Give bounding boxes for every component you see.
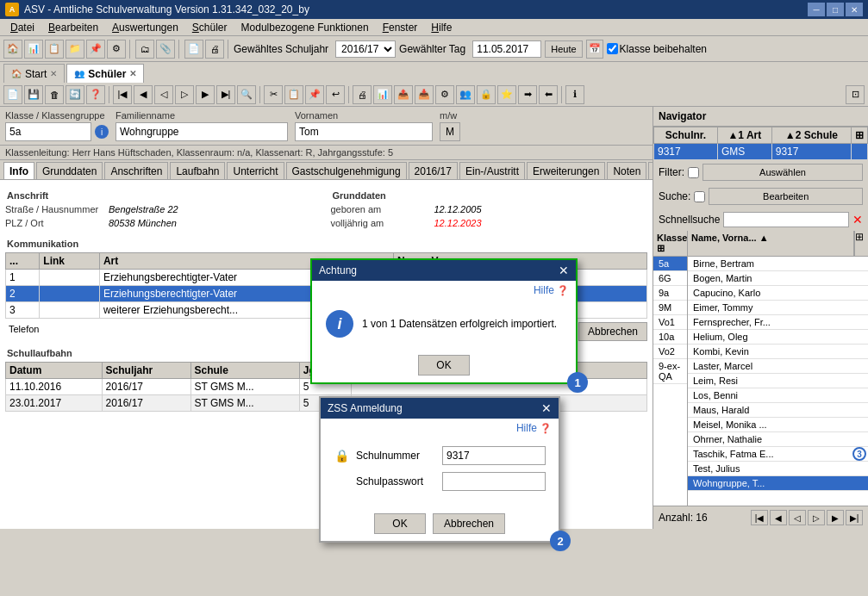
tb2-question[interactable]: ℹ <box>565 85 584 104</box>
achtung-close-button[interactable]: ✕ <box>559 264 569 277</box>
student-item-test[interactable]: Test, Julius <box>688 462 868 476</box>
ctab-unterricht[interactable]: Unterricht <box>227 162 284 179</box>
tag-input[interactable] <box>472 40 541 58</box>
filter-checkbox[interactable] <box>688 167 699 178</box>
tb2-arrow2[interactable]: ⬅ <box>539 85 558 104</box>
klasse-item-5a[interactable]: 5a <box>653 257 687 271</box>
student-item-taschik[interactable]: Taschik, Fatma E... 3 <box>688 447 868 462</box>
tab-schueler-close[interactable]: ✕ <box>129 69 136 78</box>
tb2-prev[interactable]: ◀ <box>134 85 153 104</box>
tb2-refresh[interactable]: 🔄 <box>66 85 84 104</box>
ctab-gastschul[interactable]: Gastschulgenehmigung <box>286 162 407 179</box>
schuljahr-select[interactable]: 2016/17 <box>335 40 396 58</box>
klasse-item-10a[interactable]: 10a <box>653 330 687 345</box>
ctab-erweiterungen[interactable]: Erweiterungen <box>527 162 605 179</box>
zss-help-link[interactable]: Hilfe ❓ <box>321 419 559 438</box>
today-button[interactable]: Heute <box>545 40 582 58</box>
ctab-einaustritt[interactable]: Ein-/Austritt <box>459 162 525 179</box>
familienname-input[interactable] <box>116 122 288 141</box>
nav-col-art1[interactable]: ▲1 Art <box>718 127 772 144</box>
tb2-delete[interactable]: 🗑 <box>45 85 64 104</box>
bearbeiten-button[interactable]: Bearbeiten <box>709 188 863 205</box>
achtung-ok-button[interactable]: OK <box>418 355 470 376</box>
klasse-item-9exQA[interactable]: 9-ex-QA <box>653 359 687 384</box>
tb-btn-9[interactable]: 📄 <box>184 40 203 59</box>
tb2-maximize[interactable]: ⊡ <box>846 85 865 104</box>
tb-btn-7[interactable]: 🗂 <box>135 40 154 59</box>
nav-prev-btn[interactable]: ◀ <box>770 510 787 525</box>
ctab-grunddaten[interactable]: Grunddaten <box>36 162 103 179</box>
student-item[interactable]: Ohrner, Nathalie <box>688 432 868 447</box>
auswaehlen-button[interactable]: Auswählen <box>703 164 863 181</box>
tb-btn-10[interactable]: 🖨 <box>205 40 224 59</box>
tb2-config[interactable]: ⚙ <box>435 85 454 104</box>
maximize-button[interactable]: □ <box>827 3 844 16</box>
menu-schueler[interactable]: Schüler <box>185 20 234 35</box>
calendar-icon[interactable]: 📅 <box>586 40 603 59</box>
klasse-item-Vo2[interactable]: Vo2 <box>653 345 687 359</box>
tb2-print2[interactable]: 📊 <box>373 85 392 104</box>
tb2-paste[interactable]: 📌 <box>305 85 324 104</box>
student-item[interactable]: Helium, Oleg <box>688 330 868 345</box>
ctab-anschriften[interactable]: Anschriften <box>104 162 168 179</box>
klasse-item-6G[interactable]: 6G <box>653 271 687 286</box>
menu-hilfe[interactable]: Hilfe <box>424 20 459 35</box>
tb2-star[interactable]: ⭐ <box>497 85 516 104</box>
abbrechen-button[interactable]: Abbrechen <box>578 322 647 341</box>
student-item[interactable]: Los, Benni <box>688 388 868 403</box>
nav-col-schulnr[interactable]: Schulnr. <box>654 127 718 144</box>
schulpasswort-input[interactable] <box>442 472 546 491</box>
tb2-print[interactable]: 🖨 <box>353 85 372 104</box>
tb2-last[interactable]: ▶| <box>216 85 235 104</box>
close-button[interactable]: ✕ <box>846 3 863 16</box>
zss-close-button[interactable]: ✕ <box>541 401 552 415</box>
tb2-new[interactable]: 📄 <box>3 85 22 104</box>
tb2-import[interactable]: 📥 <box>415 85 434 104</box>
nav-last-btn[interactable]: ▶| <box>846 510 863 525</box>
achtung-help-link[interactable]: Hilfe ❓ <box>312 281 576 300</box>
tb-btn-4[interactable]: 📁 <box>66 40 84 59</box>
zss-ok-button[interactable]: OK <box>374 513 426 534</box>
menu-modul[interactable]: Modulbezogene Funktionen <box>234 20 376 35</box>
ctab-year[interactable]: 2016/17 <box>409 162 458 179</box>
ctab-noten[interactable]: Noten <box>607 162 646 179</box>
zss-abbrechen-button[interactable]: Abbrechen <box>433 513 505 534</box>
tb2-help[interactable]: ❓ <box>86 85 105 104</box>
tb2-arrow[interactable]: ➡ <box>518 85 537 104</box>
tb2-lock[interactable]: 🔒 <box>477 85 496 104</box>
nav-prev2-btn[interactable]: ◁ <box>789 510 806 525</box>
tb2-next[interactable]: ▶ <box>196 85 215 104</box>
tb-btn-5[interactable]: 📌 <box>86 40 105 59</box>
tb2-next2[interactable]: ▷ <box>175 85 194 104</box>
menu-fenster[interactable]: Fenster <box>376 20 425 35</box>
ctab-info[interactable]: Info <box>3 162 34 179</box>
menu-bearbeiten[interactable]: Bearbeiten <box>41 20 105 35</box>
tb2-search[interactable]: 🔍 <box>237 85 256 104</box>
tb-btn-8[interactable]: 📎 <box>156 40 175 59</box>
tb2-first[interactable]: |◀ <box>113 85 132 104</box>
tab-start[interactable]: 🏠 Start ✕ <box>3 64 65 83</box>
klasse-item-Vo1[interactable]: Vo1 <box>653 315 687 330</box>
tb2-users[interactable]: 👥 <box>456 85 475 104</box>
tb2-export[interactable]: 📤 <box>394 85 413 104</box>
schnellsuche-clear[interactable]: ✕ <box>852 213 863 227</box>
nav-col-art2[interactable]: ▲2 Schule <box>771 127 851 144</box>
klasse-input[interactable] <box>5 122 91 141</box>
student-item[interactable]: Leim, Resi <box>688 374 868 388</box>
nav-next2-btn[interactable]: ▷ <box>808 510 825 525</box>
suche-checkbox[interactable] <box>694 191 705 202</box>
tb-btn-3[interactable]: 📋 <box>45 40 64 59</box>
student-item[interactable]: Laster, Marcel <box>688 359 868 374</box>
tab-start-close[interactable]: ✕ <box>50 69 57 78</box>
tb-btn-6[interactable]: ⚙ <box>107 40 126 59</box>
tb2-undo[interactable]: ↩ <box>326 85 345 104</box>
tb-btn-1[interactable]: 🏠 <box>3 40 22 59</box>
klasse-col-header[interactable]: Klasse ⊞ <box>653 231 688 256</box>
tb2-copy[interactable]: 📋 <box>284 85 303 104</box>
klasse-item-9a[interactable]: 9a <box>653 286 687 301</box>
klasse-checkbox[interactable] <box>607 43 618 54</box>
nav-next-btn[interactable]: ▶ <box>827 510 844 525</box>
tb2-cut[interactable]: ✂ <box>264 85 283 104</box>
student-item[interactable]: Eimer, Tommy <box>688 301 868 315</box>
menu-datei[interactable]: Datei <box>3 20 41 35</box>
